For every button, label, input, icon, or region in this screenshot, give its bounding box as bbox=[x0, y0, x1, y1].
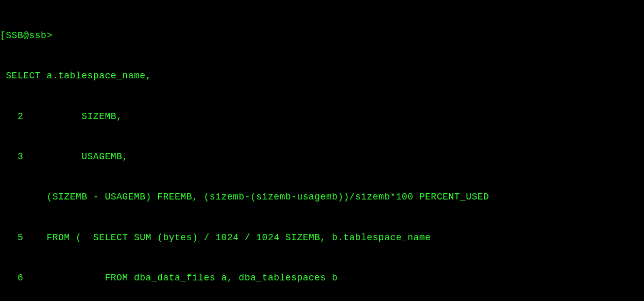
sql-statement-line: 2 SIZEMB, bbox=[0, 110, 644, 123]
sql-prompt: [SSB@ssb> bbox=[0, 29, 644, 42]
sql-statement-line: 5 FROM ( SELECT SUM (bytes) / 1024 / 102… bbox=[0, 231, 644, 244]
sql-statement-line: SELECT a.tablespace_name, bbox=[0, 69, 644, 82]
sql-statement-line: 3 USAGEMB, bbox=[0, 150, 644, 163]
terminal-window[interactable]: [SSB@ssb> SELECT a.tablespace_name, 2 SI… bbox=[0, 2, 644, 301]
sql-statement-line: 6 FROM dba_data_files a, dba_tablespaces… bbox=[0, 271, 644, 285]
sql-statement-line: (SIZEMB - USAGEMB) FREEMB, (sizemb-(size… bbox=[0, 190, 644, 204]
